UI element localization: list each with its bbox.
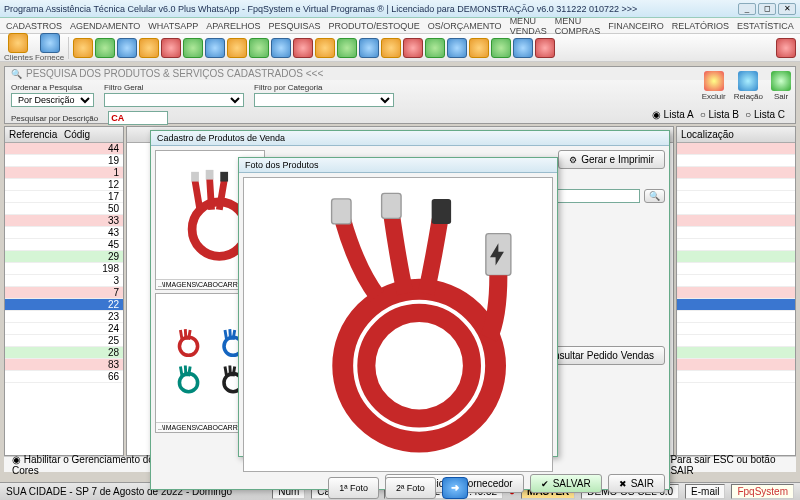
tool-icon-17[interactable] (425, 38, 445, 58)
table-row[interactable] (677, 287, 795, 299)
menu-produto[interactable]: PRODUTO/ESTOQUE (329, 21, 420, 31)
table-row[interactable]: 83 (5, 359, 123, 371)
tool-icon-20[interactable] (491, 38, 511, 58)
table-row[interactable]: 44 (5, 143, 123, 155)
table-row[interactable]: 19 (5, 155, 123, 167)
foto-1-button[interactable]: 1ª Foto (328, 477, 379, 499)
table-row[interactable]: 1 (5, 167, 123, 179)
tool-icon-13[interactable] (337, 38, 357, 58)
table-row[interactable]: 198 (5, 263, 123, 275)
table-row[interactable] (677, 311, 795, 323)
tool-icon-8[interactable] (227, 38, 247, 58)
menu-estatistica[interactable]: ESTATÍSTICA (737, 21, 794, 31)
table-row[interactable] (677, 203, 795, 215)
tool-icon-9[interactable] (249, 38, 269, 58)
filtro-geral-select[interactable] (104, 93, 244, 107)
table-row[interactable]: 66 (5, 371, 123, 383)
relacao-icon[interactable] (738, 71, 758, 91)
table-row[interactable]: 33 (5, 215, 123, 227)
gerar-imprimir-button[interactable]: ⚙ Gerar e Imprimir (558, 150, 665, 169)
table-row[interactable]: 12 (5, 179, 123, 191)
table-row[interactable] (677, 347, 795, 359)
filtro-cat-select[interactable] (254, 93, 394, 107)
sair-button[interactable]: ✖ SAIR (608, 474, 665, 493)
results-table-left[interactable]: ReferenciaCódig 441911217503343452919837… (4, 126, 124, 456)
table-row[interactable] (677, 143, 795, 155)
menu-cadastros[interactable]: CADASTROS (6, 21, 62, 31)
search-input[interactable] (108, 111, 168, 125)
svg-rect-1 (192, 172, 200, 182)
tool-icon-7[interactable] (205, 38, 225, 58)
minimize-button[interactable]: _ (738, 3, 756, 15)
menu-os[interactable]: OS/ORÇAMENTO (428, 21, 502, 31)
table-row[interactable]: 3 (5, 275, 123, 287)
table-row[interactable] (677, 155, 795, 167)
menu-agendamento[interactable]: AGENDAMENTO (70, 21, 140, 31)
menu-whatsapp[interactable]: WHATSAPP (148, 21, 198, 31)
tool-icon-6[interactable] (183, 38, 203, 58)
next-photo-button[interactable]: ➜ (442, 477, 468, 499)
tool-icon-19[interactable] (469, 38, 489, 58)
tool-icon-5[interactable] (161, 38, 181, 58)
sair-icon[interactable] (771, 71, 791, 91)
tool-icon-15[interactable] (381, 38, 401, 58)
table-row[interactable]: 29 (5, 251, 123, 263)
tool-icon-1[interactable] (73, 38, 93, 58)
table-row[interactable] (677, 263, 795, 275)
table-row[interactable] (677, 323, 795, 335)
menu-pesquisas[interactable]: PESQUISAS (269, 21, 321, 31)
fornece-icon[interactable] (40, 33, 60, 53)
table-row[interactable]: 28 (5, 347, 123, 359)
table-row[interactable] (677, 215, 795, 227)
tool-icon-12[interactable] (315, 38, 335, 58)
results-table-right[interactable]: Localização (676, 126, 796, 456)
tool-exit-icon[interactable] (776, 38, 796, 58)
table-row[interactable] (677, 191, 795, 203)
foto-2-button[interactable]: 2ª Foto (385, 477, 436, 499)
table-row[interactable] (677, 299, 795, 311)
tool-icon-21[interactable] (513, 38, 533, 58)
tool-icon-16[interactable] (403, 38, 423, 58)
close-button[interactable]: ✕ (778, 3, 796, 15)
maximize-button[interactable]: ◻ (758, 3, 776, 15)
radio-lista-a[interactable]: ◉ Lista A (652, 109, 694, 120)
table-row[interactable] (677, 371, 795, 383)
ordenar-select[interactable]: Por Descrição (11, 93, 94, 107)
tool-icon-18[interactable] (447, 38, 467, 58)
menu-vendas[interactable]: MENU VENDAS (510, 16, 547, 36)
table-row[interactable]: 45 (5, 239, 123, 251)
table-row[interactable] (677, 179, 795, 191)
clientes-icon[interactable] (8, 33, 28, 53)
svg-rect-3 (221, 172, 229, 182)
table-row[interactable]: 23 (5, 311, 123, 323)
table-row[interactable]: 7 (5, 287, 123, 299)
table-row[interactable] (677, 227, 795, 239)
radio-lista-c[interactable]: ○ Lista C (745, 109, 785, 120)
table-row[interactable] (677, 275, 795, 287)
menu-compras[interactable]: MENU COMPRAS (555, 16, 601, 36)
tool-icon-22[interactable] (535, 38, 555, 58)
search-ref-button[interactable]: 🔍 (644, 189, 665, 203)
table-row[interactable]: 43 (5, 227, 123, 239)
excluir-icon[interactable] (704, 71, 724, 91)
table-row[interactable] (677, 239, 795, 251)
menu-relatorios[interactable]: RELATÓRIOS (672, 21, 729, 31)
table-row[interactable]: 22 (5, 299, 123, 311)
tool-icon-4[interactable] (139, 38, 159, 58)
tool-icon-14[interactable] (359, 38, 379, 58)
radio-lista-b[interactable]: ○ Lista B (700, 109, 739, 120)
tool-icon-2[interactable] (95, 38, 115, 58)
table-row[interactable]: 25 (5, 335, 123, 347)
table-row[interactable] (677, 167, 795, 179)
tool-icon-11[interactable] (293, 38, 313, 58)
table-row[interactable]: 17 (5, 191, 123, 203)
menu-aparelhos[interactable]: APARELHOS (206, 21, 260, 31)
table-row[interactable]: 24 (5, 323, 123, 335)
table-row[interactable] (677, 359, 795, 371)
menu-financeiro[interactable]: FINANCEIRO (608, 21, 664, 31)
tool-icon-10[interactable] (271, 38, 291, 58)
tool-icon-3[interactable] (117, 38, 137, 58)
table-row[interactable] (677, 335, 795, 347)
table-row[interactable] (677, 251, 795, 263)
table-row[interactable]: 50 (5, 203, 123, 215)
